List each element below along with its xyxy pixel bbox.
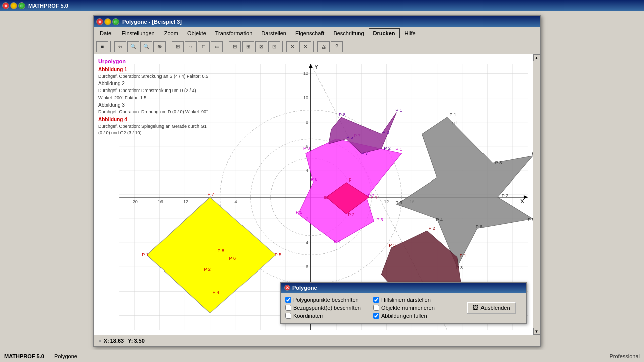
svg-text:P 6: P 6 xyxy=(382,130,389,135)
toolbar-sep5 xyxy=(313,41,315,52)
svg-text:P 7: P 7 xyxy=(532,151,533,156)
ausblenden-label: Ausblenden xyxy=(480,305,510,311)
svg-text:P 4: P 4 xyxy=(370,195,377,200)
menu-datei[interactable]: Datei xyxy=(95,28,117,38)
svg-text:X: X xyxy=(520,198,524,205)
svg-text:P 2: P 2 xyxy=(204,267,211,272)
toolbar-zoom-reset[interactable]: ⊕ xyxy=(153,41,166,52)
min-btn[interactable]: − xyxy=(10,2,17,9)
toolbar-zoom-in[interactable]: 🔍 xyxy=(127,41,139,52)
svg-text:-20: -20 xyxy=(131,199,138,204)
svg-text:P 5: P 5 xyxy=(296,210,302,215)
svg-text:10: 10 xyxy=(303,96,308,101)
toolbar-sep1 xyxy=(110,41,112,52)
ausblenden-icon: 🖼 xyxy=(473,305,478,311)
svg-text:8: 8 xyxy=(306,120,308,125)
inner-title: Polygone - [Beispiel 3] xyxy=(122,19,182,25)
toolbar-x[interactable]: ✕ xyxy=(286,41,298,52)
svg-text:-16: -16 xyxy=(156,199,163,204)
inner-max-btn[interactable]: □ xyxy=(112,18,119,25)
checkbox-polygon-punkte[interactable]: Polygonpunkte beschriften xyxy=(285,297,371,303)
canvas-area[interactable]: Urpolygon Abbildung 1 Durchgef. Operatio… xyxy=(94,54,533,335)
toolbar-select[interactable]: ■ xyxy=(96,41,108,52)
main-content: Urpolygon Abbildung 1 Durchgef. Operatio… xyxy=(94,54,540,335)
svg-text:P 4: P 4 xyxy=(436,217,443,222)
svg-text:P 8: P 8 xyxy=(303,146,310,151)
svg-text:P 7: P 7 xyxy=(208,192,214,197)
svg-text:P 3: P 3 xyxy=(395,200,402,205)
toolbar: ■ ⇔ 🔍 🔍 ⊕ ⊞ ↔ □ ▭ ⊟ ⊞ ⊠ ⊡ ✕ ✕ 🖨 ? xyxy=(94,39,540,54)
toolbar-rect2[interactable]: ▭ xyxy=(211,41,223,52)
toolbar-sep2 xyxy=(168,41,170,52)
svg-text:-6: -6 xyxy=(304,264,308,269)
svg-text:Y: Y xyxy=(314,63,318,70)
checkbox-bezugspunkt[interactable]: Bezugspunkt(e) beschriften xyxy=(285,305,371,311)
hilfslinien-cb[interactable] xyxy=(373,297,379,303)
inner-win-controls: ✕ − □ xyxy=(96,18,119,25)
ausblenden-button[interactable]: 🖼 Ausblenden xyxy=(467,302,516,314)
dialog-close[interactable]: ✕ xyxy=(284,285,290,291)
svg-text:P 5: P 5 xyxy=(275,252,281,257)
svg-text:P 1: P 1 xyxy=(395,147,402,152)
scroll-down[interactable]: ▼ xyxy=(533,328,540,335)
svg-text:P 1: P 1 xyxy=(450,112,456,117)
toolbar-table2[interactable]: ⊞ xyxy=(242,41,254,52)
svg-text:4: 4 xyxy=(306,168,308,173)
svg-text:P 6: P 6 xyxy=(476,225,482,230)
menu-einstellungen[interactable]: Einstellungen xyxy=(117,28,159,38)
toolbar-move[interactable]: ⇔ xyxy=(114,41,126,52)
objekte-cb[interactable] xyxy=(373,305,379,311)
toolbar-rect[interactable]: □ xyxy=(198,41,210,52)
inner-window: ✕ − □ Polygone - [Beispiel 3] Datei Eins… xyxy=(93,15,541,347)
menu-beschriftung[interactable]: Beschriftung xyxy=(329,28,368,38)
inner-min-btn[interactable]: − xyxy=(104,18,111,25)
menu-darstellen[interactable]: Darstellen xyxy=(257,28,291,38)
scroll-up[interactable]: ▲ xyxy=(533,54,540,61)
menu-hilfe[interactable]: Hilfe xyxy=(400,28,420,38)
svg-text:P 3: P 3 xyxy=(389,243,395,248)
toolbar-table[interactable]: ⊟ xyxy=(229,41,241,52)
checkbox-hilfslinien[interactable]: Hilfslinien darstellen xyxy=(373,297,459,303)
close-btn[interactable]: ✕ xyxy=(2,2,9,9)
toolbar-sep3 xyxy=(225,41,227,52)
toolbar-print[interactable]: 🖨 xyxy=(317,41,330,52)
toolbar-x2[interactable]: ✕ xyxy=(299,41,311,52)
outer-win-controls: ✕ − □ xyxy=(2,2,25,9)
svg-text:P 2: P 2 xyxy=(429,226,435,231)
toolbar-t4[interactable]: ⊡ xyxy=(268,41,280,52)
checkbox-koordinaten[interactable]: Koordinaten xyxy=(285,313,371,319)
svg-text:P 1: P 1 xyxy=(395,108,402,113)
max-btn[interactable]: □ xyxy=(18,2,25,9)
svg-text:P 3: P 3 xyxy=(376,217,383,222)
abbildungen-cb[interactable] xyxy=(373,313,379,319)
toolbar-sep4 xyxy=(282,41,284,52)
toolbar-t3[interactable]: ⊠ xyxy=(255,41,267,52)
menu-eigenschaft[interactable]: Eigenschaft xyxy=(291,28,329,38)
status-module: Polygone xyxy=(49,353,609,359)
svg-text:P 2: P 2 xyxy=(384,146,390,151)
bezugspunkt-cb[interactable] xyxy=(285,305,291,311)
toolbar-help[interactable]: ? xyxy=(331,41,343,52)
menu-transformation[interactable]: Transformation xyxy=(211,28,257,38)
coord-circle: ● xyxy=(98,338,102,344)
menu-objekte[interactable]: Objekte xyxy=(183,28,211,38)
svg-text:-4: -4 xyxy=(304,240,308,245)
toolbar-fit[interactable]: ↔ xyxy=(185,41,197,52)
objekte-label: Objekte nummerieren xyxy=(381,305,435,311)
checkbox-objekte[interactable]: Objekte nummerieren xyxy=(373,305,459,311)
outer-window: ✕ − □ MATHPROF 5.0 ✕ − □ Polygone - [Bei… xyxy=(0,0,644,362)
checkbox-abbildungen[interactable]: Abbildungen füllen xyxy=(373,313,459,319)
inner-close-btn[interactable]: ✕ xyxy=(96,18,103,25)
toolbar-zoom-out[interactable]: 🔍 xyxy=(140,41,152,52)
svg-text:-4: -4 xyxy=(233,199,237,204)
scrollbar-right[interactable]: ▲ ▼ xyxy=(533,54,540,335)
polygon-punkte-cb[interactable] xyxy=(285,297,291,303)
koordinaten-cb[interactable] xyxy=(285,313,291,319)
toolbar-grid[interactable]: ⊞ xyxy=(172,41,184,52)
abbildungen-label: Abbildungen füllen xyxy=(381,313,427,319)
menu-zoom[interactable]: Zoom xyxy=(159,28,183,38)
svg-text:P 8: P 8 xyxy=(339,112,345,117)
menu-drucken[interactable]: Drucken xyxy=(369,28,400,38)
svg-text:e2: e2 xyxy=(324,195,329,200)
polygon-dialog: ✕ Polygone Polygonpunkte beschriften Bez… xyxy=(280,282,527,324)
